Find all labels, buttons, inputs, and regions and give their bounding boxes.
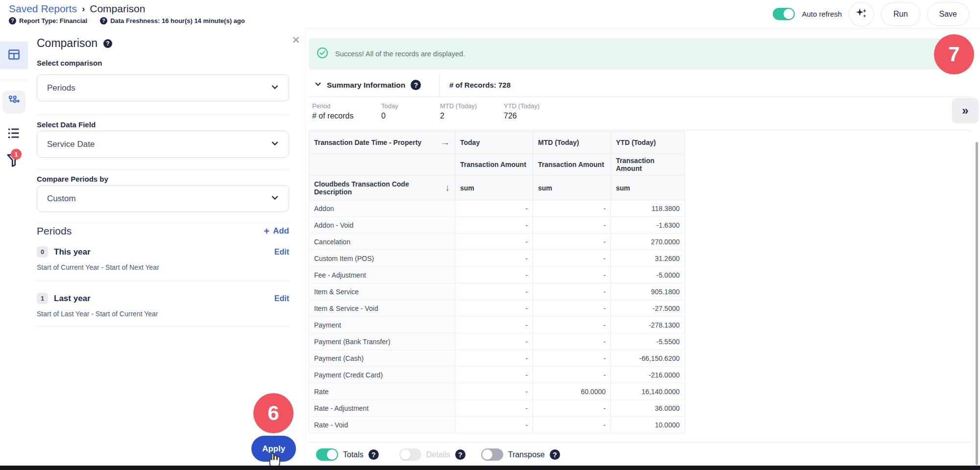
- breadcrumb-current: Comparison: [90, 3, 145, 15]
- run-button[interactable]: Run: [881, 2, 920, 26]
- records-count: # of Records: 728: [440, 81, 511, 89]
- annotation-badge-6: 6: [253, 393, 294, 433]
- row-value: -5.5500: [611, 333, 685, 350]
- compare-periods-by-select[interactable]: Custom: [37, 185, 289, 212]
- plus-icon: +: [264, 226, 270, 237]
- table-row: Item & Service - Void---27.5000: [309, 300, 685, 317]
- panel-divider: [37, 281, 289, 281]
- auto-refresh-toggle[interactable]: [773, 8, 795, 20]
- expand-panel-button[interactable]: »: [952, 98, 979, 123]
- period-range: Start of Last Year - Start of Current Ye…: [37, 310, 158, 318]
- row-value: -: [455, 417, 533, 433]
- toggle-knob: [327, 449, 337, 460]
- report-type-meta: Report Type: Financial: [9, 17, 87, 24]
- select-comparison-label: Select comparison: [37, 59, 102, 67]
- totals-toggle[interactable]: [316, 448, 338, 461]
- periods-header-row: Periods + Add: [37, 225, 289, 237]
- data-freshness-label: Data Freshness: 16 hour(s) 14 minute(s) …: [110, 17, 245, 24]
- edit-period-button[interactable]: Edit: [274, 248, 289, 257]
- success-check-icon: [317, 47, 328, 61]
- report-type-label: Report Type: Financial: [19, 17, 87, 24]
- data-field-select[interactable]: Service Date: [37, 131, 289, 158]
- summary-collapse-control[interactable]: Summary Information: [309, 80, 439, 90]
- table-row: Payment---278.1300: [309, 317, 685, 333]
- close-icon[interactable]: ✕: [291, 35, 301, 46]
- table-row: Rate - Adjustment--36.0000: [309, 400, 685, 417]
- data-freshness-meta: Data Freshness: 16 hour(s) 14 minute(s) …: [100, 17, 245, 24]
- sidebar-item-table-view[interactable]: [0, 42, 28, 69]
- summary-label: YTD (Today): [504, 102, 539, 110]
- sidebar-item-comparison[interactable]: [2, 91, 25, 114]
- summary-value: 2: [440, 112, 477, 120]
- row-value: -: [533, 317, 611, 333]
- row-value: -: [533, 333, 611, 350]
- edit-period-button[interactable]: Edit: [274, 294, 289, 303]
- help-icon[interactable]: [455, 449, 466, 460]
- summary-col-period: Period # of records: [312, 102, 353, 120]
- comparison-select[interactable]: Periods: [37, 74, 289, 101]
- row-label: Rate: [309, 383, 455, 400]
- row-dimension-label: Cloudbeds Transaction Code Description: [314, 180, 442, 196]
- comparison-pivot-table: Transaction Date Time - Property → Today…: [309, 131, 685, 433]
- row-value: 118.3800: [611, 200, 685, 217]
- add-period-label: Add: [273, 226, 289, 236]
- row-value: 60.0000: [533, 383, 611, 400]
- summary-col-today: Today 0: [381, 102, 398, 120]
- help-icon[interactable]: [100, 17, 107, 24]
- help-icon[interactable]: [9, 17, 16, 24]
- summary-information-bar: Summary Information # of Records: 728: [309, 73, 971, 97]
- flow-comparison-icon: [7, 94, 21, 110]
- row-label: Fee - Adjustment: [309, 267, 455, 283]
- breadcrumb-saved-reports[interactable]: Saved Reports: [9, 3, 77, 15]
- empty-header-cell: [309, 154, 455, 176]
- apply-button[interactable]: Apply: [251, 436, 296, 462]
- row-value: -278.1300: [611, 317, 685, 333]
- toggle-knob: [784, 9, 794, 19]
- row-value: -: [533, 267, 611, 283]
- row-value: -: [455, 367, 533, 383]
- row-dimension-header-cell[interactable]: Cloudbeds Transaction Code Description ↓: [309, 176, 455, 200]
- collapse-chevron-icon: [315, 81, 321, 90]
- details-toggle[interactable]: [399, 448, 421, 461]
- summary-label: Period: [312, 102, 353, 110]
- rail-divider: [0, 80, 28, 80]
- row-value: -: [455, 350, 533, 367]
- period-name: This year: [54, 247, 274, 257]
- ai-assistant-button[interactable]: [849, 2, 874, 26]
- table-row: Payment (Credit Card)---216.0000: [309, 367, 685, 383]
- row-value: -66,150.6200: [611, 350, 685, 367]
- help-icon[interactable]: [550, 449, 560, 460]
- row-value: 10.0000: [611, 417, 685, 433]
- header-actions: Auto refresh Run Save: [773, 0, 969, 28]
- row-value: -: [455, 383, 533, 400]
- help-icon[interactable]: [411, 80, 421, 90]
- row-value: -: [455, 283, 533, 300]
- aggregation-header[interactable]: sum: [455, 176, 533, 200]
- row-label: Payment (Credit Card): [309, 367, 455, 383]
- period-range: Start of Current Year - Start of Next Ye…: [37, 263, 159, 271]
- row-value: -: [455, 300, 533, 317]
- transpose-toggle[interactable]: [481, 448, 503, 461]
- help-icon[interactable]: [103, 39, 112, 48]
- row-value: -: [533, 250, 611, 267]
- period-column-header[interactable]: YTD (Today): [611, 132, 685, 154]
- help-icon[interactable]: [368, 449, 379, 460]
- select-data-field-label: Select Data Field: [37, 120, 96, 129]
- period-item-this-year: 0 This year Edit: [37, 246, 289, 258]
- column-dimension-header-cell[interactable]: Transaction Date Time - Property →: [309, 132, 455, 154]
- sidebar-item-fields[interactable]: [4, 126, 23, 142]
- row-label: Custom Item (POS): [309, 250, 455, 267]
- report-meta-row: Report Type: Financial Data Freshness: 1…: [9, 17, 245, 24]
- period-column-header[interactable]: Today: [455, 132, 533, 154]
- period-column-header[interactable]: MTD (Today): [533, 132, 611, 154]
- table-row: Payment (Cash)---66,150.6200: [309, 350, 685, 367]
- save-button[interactable]: Save: [927, 2, 969, 26]
- row-value: -1.6300: [611, 217, 685, 234]
- aggregation-header[interactable]: sum: [533, 176, 611, 200]
- measure-header: Transaction Amount: [611, 154, 685, 176]
- panel-divider: [37, 223, 289, 223]
- aggregation-header[interactable]: sum: [611, 176, 685, 200]
- add-period-button[interactable]: + Add: [264, 226, 289, 237]
- row-label: Item & Service: [309, 283, 455, 300]
- vertical-scrollbar[interactable]: [976, 142, 978, 465]
